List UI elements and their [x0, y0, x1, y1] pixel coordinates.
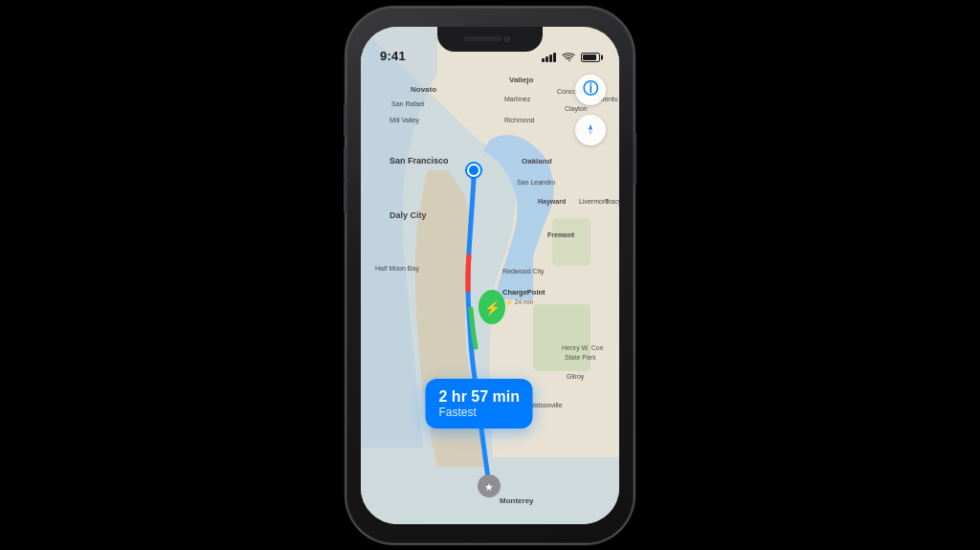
route-callout[interactable]: 2 hr 57 min Fastest: [426, 379, 533, 429]
svg-text:Novato: Novato: [411, 85, 436, 94]
phone-screen: 9:41: [361, 27, 619, 524]
route-callout-time: 2 hr 57 min: [439, 388, 520, 406]
svg-text:Mill Valley: Mill Valley: [390, 117, 419, 124]
svg-text:Vallejo: Vallejo: [509, 76, 533, 84]
svg-text:San Rafael: San Rafael: [391, 100, 425, 107]
speaker: [464, 36, 502, 41]
battery-icon: [581, 53, 600, 62]
svg-text:Redwood City: Redwood City: [502, 268, 545, 275]
svg-text:Watsonville: Watsonville: [528, 402, 563, 408]
svg-text:Tracy: Tracy: [605, 198, 619, 206]
svg-text:State Park: State Park: [565, 354, 596, 361]
svg-text:Hayward: Hayward: [538, 198, 566, 206]
svg-text:San Leandro: San Leandro: [517, 179, 555, 186]
map-container[interactable]: ⚡ ★ Novato San Rafael Mill Valley Vallej…: [361, 27, 619, 524]
svg-rect-1: [533, 304, 590, 371]
svg-text:ChargePoint: ChargePoint: [502, 288, 546, 297]
svg-text:Half Moon Bay: Half Moon Bay: [375, 265, 419, 273]
route-callout-label: Fastest: [439, 406, 520, 419]
svg-text:Martínez: Martínez: [504, 96, 531, 102]
svg-point-4: [469, 165, 479, 175]
svg-text:Gilroy: Gilroy: [567, 373, 585, 381]
notch: [437, 27, 543, 52]
info-button[interactable]: ⓘ: [575, 75, 606, 105]
svg-text:Oakland: Oakland: [522, 157, 552, 165]
phone-frame: 9:41: [346, 8, 634, 543]
svg-text:Henry W. Coe: Henry W. Coe: [562, 344, 604, 352]
svg-text:Monterey: Monterey: [500, 496, 534, 505]
status-time: 9:41: [380, 49, 406, 63]
signal-icon: [542, 53, 556, 62]
compass-button[interactable]: [575, 115, 606, 145]
svg-text:⚡: ⚡: [484, 300, 501, 317]
compass-arrow-icon: [583, 122, 598, 138]
svg-text:⚡ 24 min: ⚡ 24 min: [505, 297, 534, 306]
svg-text:Clayton: Clayton: [565, 105, 588, 113]
camera: [502, 34, 512, 44]
svg-text:Richmond: Richmond: [504, 117, 535, 123]
svg-text:Fremont: Fremont: [547, 231, 575, 238]
svg-text:Daly City: Daly City: [390, 210, 427, 220]
svg-rect-2: [552, 218, 590, 266]
svg-text:San Francisco: San Francisco: [390, 156, 449, 165]
status-icons: [542, 53, 600, 63]
svg-text:★: ★: [484, 481, 494, 493]
wifi-icon: [562, 53, 575, 63]
